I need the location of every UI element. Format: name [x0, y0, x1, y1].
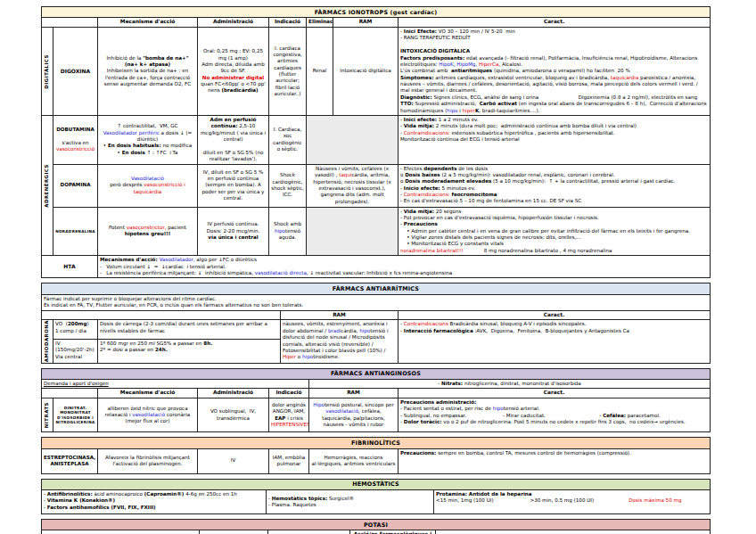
- header-mecanisme: Mecanisme d'acció: [42, 530, 200, 534]
- dopamina-indication: Shock cardiogènic, shock sèptic, ICC.: [269, 164, 307, 207]
- dobutamina-name: DOBUTAMINA s'activa envasoconstricció: [53, 115, 98, 164]
- dobutamina-indication: I. Cardíaca, xoc cardiogènic o sèptic.: [269, 115, 307, 164]
- nitrats-mechanism: alliberen òxid nítric que provoca relaxa…: [98, 398, 198, 432]
- antianginosos-table: FÀRMACS ANTIANGINOSOS Demanda i aport d'…: [41, 368, 711, 432]
- amiodarona-caract: - Contraindicacions Bradicàrdia sinusal,…: [399, 320, 711, 363]
- dopamina-row: DOPAMINA Vasodilatacióperò després vasoc…: [42, 164, 711, 207]
- dobutamina-caract: - Inici efecte: 1 a 2 minuts ev.- Vida m…: [399, 115, 711, 164]
- dopamina-caract: - Efectes dependents de les dosiso Dosis…: [399, 164, 711, 207]
- header-indicacio: Indicació: [269, 389, 309, 398]
- ionotrops-header-row: Mecanisme d'acció Administració Indicaci…: [42, 18, 711, 28]
- header-administracio: Administració: [198, 18, 269, 28]
- potasi-header-row: Mecanisme d'acció Administració RAM Acci…: [42, 530, 711, 534]
- hemostatics-row: - Antifibrinolítics: àcid aminocaproico …: [42, 490, 711, 514]
- potasi-section-title: POTASI: [42, 520, 711, 530]
- ionotrops-section-title: FÀRMACS IONOTROPS (gest cardíac): [42, 7, 711, 18]
- estreptocinasa-indication: IAM, embòlia pulmonar: [269, 448, 309, 473]
- amiodarona-vo-mechanism: Dosis de càrrega (2-3 com/dia) durant un…: [98, 320, 281, 339]
- estreptocinasa-ram: Hemorràgies, reaccions al·lèrgiques, arí…: [309, 448, 399, 473]
- hta-content: Mecanismes d'acció: Vasodilatador, algo …: [98, 256, 711, 278]
- noradrenalina-ram: [307, 207, 399, 256]
- digoxina-name: DIGOXINA: [53, 28, 98, 116]
- group-nitrats-label: NITRATS: [44, 402, 50, 428]
- amiodarona-iv: IV (150mg/20'-2h)Via central: [53, 339, 98, 363]
- amiodarona-iv-mechanism: 1º 600 mgr en 250 ml SG5% a passar en 8h…: [98, 339, 281, 363]
- header-caract: Caract.: [399, 18, 711, 28]
- header-blank: [42, 389, 98, 398]
- estreptocinasa-caract: Precaucions: sempre en bomba, control TA…: [399, 448, 711, 473]
- antiarritmics-header-row: RAM Caract.: [42, 310, 711, 320]
- estreptocinasa-name: ESTREPTOCINASA,ANISTEPLASA: [42, 448, 98, 473]
- header-caract: Caract.: [399, 310, 711, 320]
- group-amiodarona-label: AMIODARONA: [44, 320, 50, 362]
- fibrinolitics-table: FIBRINOLÍTICS ESTREPTOCINASA,ANISTEPLASA…: [41, 437, 711, 473]
- header-ram: RAM: [268, 530, 350, 534]
- digoxina-indication: I. cardíaca congestiva, arítmies cardíaq…: [269, 28, 307, 116]
- ionotrops-table: FÀRMACS IONOTROPS (gest cardíac) Mecanis…: [41, 6, 711, 278]
- hta-row: HTA Mecanismes d'acció: Vasodilatador, a…: [42, 256, 711, 278]
- header-eliminacio: Eliminació: [307, 18, 333, 28]
- nitrats-list-note: - Nitrats: nitroglicerina, dinitrat, mon…: [309, 380, 711, 389]
- estreptocinasa-administration: IV: [198, 448, 269, 473]
- digoxina-ram: Intoxicació digitàlica: [333, 28, 399, 116]
- antianginosos-section-title: FÀRMACS ANTIANGINOSOS: [42, 368, 711, 379]
- nitrats-name: DINITRAT,MONONITRATD'ISOSORBIDE iNITROGL…: [53, 398, 98, 432]
- potasi-table: POTASI Mecanisme d'acció Administració R…: [41, 519, 711, 534]
- fibrinolitics-section-title: FIBRINOLÍTICS: [42, 438, 711, 448]
- antiarritmics-description: Fàrmac indicat per suprimir o bloquejar …: [42, 294, 711, 310]
- dobutamina-mechanism: ↑ contractilitat, VM, GCVasodilatador pe…: [98, 115, 198, 164]
- amiodarona-vo-row: AMIODARONA VO (200mg)1 comp / dia Dosis …: [42, 320, 711, 339]
- estreptocinasa-mechanism: Afavoreix la fibrinòlisis mitjançant l'a…: [98, 448, 198, 473]
- header-administracio: Administració: [200, 530, 268, 534]
- digoxina-mechanism: Inhibició de la "bomba de na+" (na+ k+ a…: [98, 28, 198, 116]
- header-indicacio: Indicació: [269, 18, 307, 28]
- dopamina-name: DOPAMINA: [53, 164, 98, 207]
- noradrenalina-administration: IV perfusió contínua.Dosis: 2-20 mcg/min…: [198, 207, 269, 256]
- estreptocinasa-row: ESTREPTOCINASA,ANISTEPLASA Afavoreix la …: [42, 448, 711, 473]
- header-administracio: Administració: [198, 389, 269, 398]
- noradrenalina-caract: - Vida mitja: 20 segons- Pot provocar en…: [399, 207, 711, 256]
- group-digitalics: DIGITÀLICS: [42, 28, 53, 116]
- dobutamina-row: ADRENÈRGICS DOBUTAMINA s'activa envasoco…: [42, 115, 711, 164]
- antianginosos-header-row: Mecanisme d'acció Administració Indicaci…: [42, 389, 711, 398]
- hemostatics-antifibrinolitics: - Antifibrinolítics: àcid aminocaproico …: [42, 490, 267, 514]
- hemostatics-section-title: HEMOSTÀTICS: [42, 479, 711, 489]
- group-nitrats: NITRATS: [42, 398, 53, 432]
- noradrenalina-indication: Shock amb hipotensió aguda.: [269, 207, 307, 256]
- dopamina-mechanism: Vasodilatacióperò després vasoconstricci…: [98, 164, 198, 207]
- nitrats-ram: Hipotensió postural, síncope per vasodil…: [309, 398, 399, 432]
- group-adrenergics-label: ADRENÈRGICS: [44, 164, 50, 208]
- amiodarona-vo: VO (200mg)1 comp / dia: [53, 320, 98, 339]
- oxygen-demand-note: Demanda i aport d'oxigen: [42, 380, 309, 389]
- digoxina-caract: - Inici Efecte: VO 30 – 120 min / IV 5-2…: [399, 28, 711, 116]
- header-mecanisme: Mecanisme d'acció: [98, 18, 198, 28]
- antiarritmics-table: FÀRMACS ANTIARRÍTMICS Fàrmac indicat per…: [41, 283, 711, 363]
- amiodarona-ram: nàusees, vòmits, estrenyiment, anorèxia …: [281, 320, 399, 363]
- nitrats-administration: VO sublingual, IV, transdèrmica: [198, 398, 269, 432]
- header-blank: [42, 310, 281, 320]
- antianginosos-intro-row: Demanda i aport d'oxigen - Nitrats: nitr…: [42, 380, 711, 389]
- noradrenalina-name: NORADRENALINA: [53, 207, 98, 256]
- header-caract: Caract.: [436, 530, 711, 534]
- header-accions: Acció/ns farmacològiques i terapèutiques: [350, 530, 436, 534]
- header-ram: RAM: [309, 389, 399, 398]
- header-ram: RAM: [333, 18, 399, 28]
- noradrenalina-row: NORADRENALINA Potent vasoconstrictor, pa…: [42, 207, 711, 256]
- group-amiodarona: AMIODARONA: [42, 320, 53, 363]
- noradrenalina-mechanism: Potent vasoconstrictor, pacient hipotens…: [98, 207, 198, 256]
- nitrats-row: NITRATS DINITRAT,MONONITRATD'ISOSORBIDE …: [42, 398, 711, 432]
- group-adrenergics: ADRENÈRGICS: [42, 115, 53, 255]
- header-mecanisme: Mecanisme d'acció: [98, 389, 198, 398]
- hemostatics-table: HEMOSTÀTICS - Antifibrinolítics: àcid am…: [41, 479, 711, 514]
- dopamina-ram: Nàusees i vòmits, cefàlees (x vasodil) ,…: [307, 164, 399, 207]
- header-ram: RAM: [281, 310, 399, 320]
- digoxina-elimination: Renal: [307, 28, 333, 116]
- antiarritmics-section-title: FÀRMACS ANTIARRÍTMICS: [42, 283, 711, 294]
- digoxina-row: DIGITÀLICS DIGOXINA Inhibició de la "bom…: [42, 28, 711, 116]
- hta-label: HTA: [42, 256, 98, 278]
- digoxina-administration: Oral: 0,25 mg ; EV: 0,25 mg (1 amp)Adm d…: [198, 28, 269, 116]
- dobutamina-administration: Adm en perfusió contínua: 2,5-10 mcg/kg/…: [198, 115, 269, 164]
- group-digitalics-label: DIGITÀLICS: [44, 54, 50, 89]
- nitrats-caract: Precaucions administració:- Pacient sent…: [399, 398, 711, 432]
- hemostatics-protamina: Protamina: Antídot de la heparina<15 min…: [434, 490, 711, 514]
